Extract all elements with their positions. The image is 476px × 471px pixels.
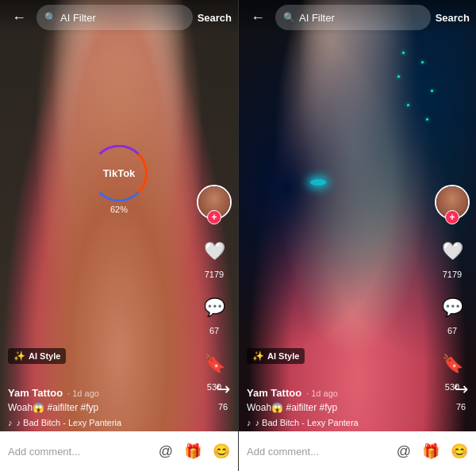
right-ai-label: AI Style (267, 351, 299, 361)
right-like-count: 7179 (443, 270, 462, 279)
left-ai-icon: ✨ (13, 350, 25, 362)
left-music-icon: ♪ (8, 418, 13, 427)
glow-dot-3 (397, 75, 400, 78)
right-like-icon: 🤍 (436, 236, 468, 267)
right-follow-button[interactable]: + (445, 210, 459, 224)
right-comment-action[interactable]: 💬 67 (436, 292, 468, 335)
tiktok-label: TikTok (103, 167, 136, 178)
right-panel: ← 🔍 AI Filter Search + 🤍 7179 💬 67 (238, 0, 476, 471)
right-caption: Woah😱 #aifilter #fyp (247, 402, 428, 415)
left-bookmark-icon: 🔖 (198, 348, 230, 380)
glow-dots (393, 47, 440, 142)
left-ai-label: AI Style (29, 351, 60, 361)
left-panel: ← 🔍 AI Filter Search TikTok 62% + 🤍 7179 (0, 0, 238, 471)
left-caption: Woah😱 #aifilter #fyp (8, 402, 190, 415)
eye-glow-effect (310, 179, 326, 186)
left-bottom-info: Yam Tattoo · 1d ago Woah😱 #aifilter #fyp… (8, 387, 190, 427)
left-like-icon: 🤍 (198, 236, 230, 267)
right-share-action[interactable]: ↪ 76 (454, 379, 468, 412)
left-music-text: ♪ Bad Bitch - Lexy Panteria (17, 418, 122, 427)
glow-dot-6 (426, 118, 428, 121)
right-search-icon: 🔍 (283, 12, 295, 23)
right-time-ago: · 1d ago (306, 389, 338, 398)
left-top-bar: ← 🔍 AI Filter Search (0, 0, 238, 35)
left-like-count: 7179 (205, 270, 224, 279)
left-gift-icon[interactable]: 🎁 (184, 442, 202, 460)
circle-ring: TikTok (90, 144, 148, 201)
left-avatar: + (197, 185, 232, 220)
right-gift-icon[interactable]: 🎁 (422, 442, 440, 460)
left-at-icon[interactable]: @ (159, 443, 173, 460)
right-bottom-info: Yam Tattoo · 1d ago Woah😱 #aifilter #fyp… (247, 387, 428, 427)
right-comment-bar: Add comment... @ 🎁 😊 (239, 431, 476, 471)
left-search-button[interactable]: Search (198, 12, 232, 24)
right-comment-icon: 💬 (436, 292, 468, 324)
left-comment-input[interactable]: Add comment... (8, 446, 151, 458)
left-like-action[interactable]: 🤍 7179 (198, 236, 230, 279)
glow-dot-4 (431, 90, 433, 92)
right-search-button[interactable]: Search (436, 12, 470, 24)
left-time-ago: · 1d ago (67, 389, 99, 398)
left-share-icon: ↪ (216, 379, 230, 400)
left-comment-count: 67 (209, 326, 219, 335)
glow-dot-2 (421, 61, 424, 63)
right-music-text: ♪ Bad Bitch - Lexy Pantera (255, 418, 359, 427)
right-search-bar[interactable]: 🔍 AI Filter (275, 5, 431, 30)
tiktok-percent: 62% (110, 204, 128, 213)
left-music-line: ♪ ♪ Bad Bitch - Lexy Panteria (8, 418, 190, 427)
right-actions: + 🤍 7179 💬 67 🔖 530 (435, 185, 470, 392)
right-back-button[interactable]: ← (245, 5, 271, 30)
left-username: Yam Tattoo (8, 387, 63, 399)
left-share-count: 76 (218, 402, 228, 412)
right-ai-icon: ✨ (252, 350, 264, 362)
left-comment-actions: @ 🎁 😊 (159, 442, 230, 460)
left-share-action[interactable]: ↪ 76 (216, 379, 230, 412)
right-ai-badge: ✨ AI Style (247, 348, 305, 364)
left-search-bar[interactable]: 🔍 AI Filter (36, 5, 193, 30)
right-music-line: ♪ ♪ Bad Bitch - Lexy Pantera (247, 418, 428, 427)
right-like-action[interactable]: 🤍 7179 (436, 236, 468, 279)
right-comment-input[interactable]: Add comment... (247, 446, 389, 458)
left-emoji-icon[interactable]: 😊 (213, 442, 230, 460)
left-ai-badge: ✨ AI Style (8, 348, 66, 364)
right-emoji-icon[interactable]: 😊 (451, 442, 468, 460)
tiktok-loading-circle: TikTok 62% (90, 144, 148, 213)
right-comment-count: 67 (447, 326, 457, 335)
left-username-line: Yam Tattoo · 1d ago (8, 387, 190, 399)
right-search-text: AI Filter (299, 12, 335, 24)
left-search-text: AI Filter (60, 12, 96, 24)
glow-dot-1 (402, 52, 405, 54)
right-at-icon[interactable]: @ (397, 443, 411, 460)
right-username-line: Yam Tattoo · 1d ago (247, 387, 428, 399)
right-avatar: + (435, 185, 470, 220)
left-back-button[interactable]: ← (6, 5, 32, 30)
right-username: Yam Tattoo (247, 387, 301, 399)
left-avatar-container[interactable]: + (197, 185, 232, 223)
left-follow-button[interactable]: + (207, 210, 221, 224)
left-comment-action[interactable]: 💬 67 (198, 292, 230, 335)
right-music-icon: ♪ (247, 418, 251, 427)
right-share-count: 76 (456, 402, 466, 412)
left-actions: + 🤍 7179 💬 67 🔖 530 (197, 185, 232, 392)
left-search-icon: 🔍 (44, 12, 56, 23)
left-comment-icon: 💬 (198, 292, 230, 324)
left-comment-bar: Add comment... @ 🎁 😊 (0, 431, 238, 471)
right-top-bar: ← 🔍 AI Filter Search (239, 0, 476, 35)
right-bookmark-icon: 🔖 (436, 348, 468, 380)
right-share-icon: ↪ (454, 379, 468, 400)
right-comment-actions: @ 🎁 😊 (397, 442, 468, 460)
right-avatar-container[interactable]: + (435, 185, 470, 223)
glow-dot-5 (407, 104, 409, 106)
